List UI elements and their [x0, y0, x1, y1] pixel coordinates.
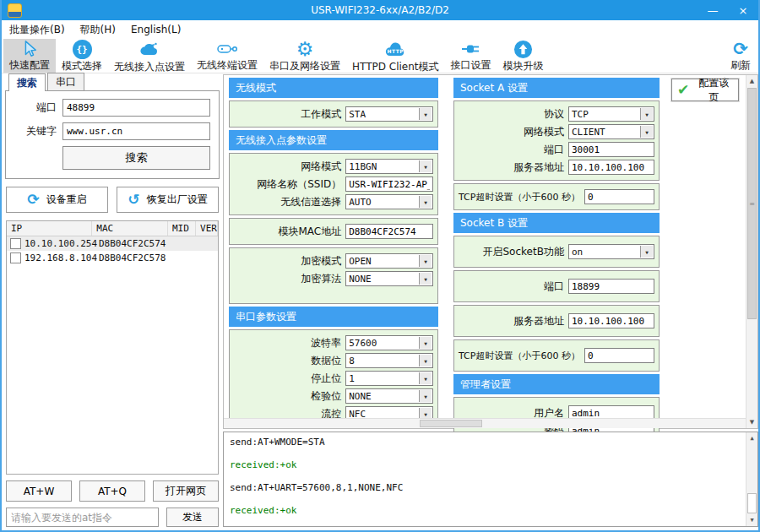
chevron-down-icon[interactable]: ▼ — [419, 273, 432, 285]
field-row: 加密算法 NONE ▼ — [234, 270, 433, 287]
row-checkbox[interactable] — [10, 238, 21, 249]
socketa-timeout-input[interactable] — [584, 189, 654, 204]
stop-bits-select[interactable]: 1 ▼ — [345, 371, 433, 386]
keyword-input[interactable] — [62, 122, 210, 140]
log-line: send:AT+WMODE=STA — [230, 437, 752, 448]
send-button[interactable]: 发送 — [166, 508, 219, 527]
parity-select[interactable]: NONE ▼ — [345, 388, 433, 404]
section-header-socket-a: Socket A 设置 — [453, 78, 660, 98]
table-row[interactable]: 192.168.8.104 D8B04CF2C578 — [7, 251, 218, 265]
column-header-mac[interactable]: MAC — [92, 221, 168, 236]
enc-mode-select[interactable]: OPEN ▼ — [345, 253, 433, 269]
scroll-up-icon[interactable]: ▲ — [746, 432, 757, 444]
at-log-area: send:AT+WMODE=STA received:+ok send:AT+U… — [223, 432, 758, 527]
socketa-net-mode-label: 网络模式 — [459, 125, 568, 139]
chevron-down-icon[interactable]: ▼ — [640, 246, 653, 258]
tab-serial[interactable]: 串口 — [47, 73, 84, 90]
chevron-down-icon[interactable]: ▼ — [419, 160, 432, 172]
scroll-down-icon[interactable]: ▼ — [746, 416, 757, 428]
log-line: received:+ok — [230, 505, 752, 516]
gear-icon: ⚙ — [296, 40, 314, 59]
column-header-mid[interactable]: MID — [168, 221, 196, 236]
group-socket-b-port: 端口 — [453, 270, 660, 302]
scrollbar-thumb[interactable] — [747, 493, 757, 513]
socketb-server-input[interactable] — [568, 313, 654, 328]
toolbar-interface-settings[interactable]: 接口设置 — [445, 39, 497, 73]
table-row[interactable]: 10.10.100.254 D8B04CF2C574 — [7, 236, 218, 251]
port-input[interactable] — [62, 99, 210, 117]
ssid-input[interactable] — [345, 176, 433, 192]
reboot-icon: ⟳ — [27, 193, 39, 207]
tab-search[interactable]: 搜索 — [8, 73, 46, 91]
field-row: 工作模式 STA ▼ — [234, 106, 433, 122]
chevron-down-icon[interactable]: ▼ — [640, 108, 653, 120]
apply-page-button[interactable]: ✔ 配置该页 — [671, 79, 739, 101]
scroll-up-icon[interactable]: ▲ — [746, 75, 757, 87]
data-bits-select[interactable]: 8 ▼ — [345, 353, 433, 368]
scroll-down-icon[interactable]: ▼ — [746, 514, 757, 526]
chevron-down-icon[interactable]: ▼ — [419, 390, 432, 402]
chevron-down-icon[interactable]: ▼ — [419, 255, 432, 267]
field-row: 网络名称（SSID） — [234, 176, 433, 193]
port-label: 端口 — [14, 100, 57, 115]
device-action-row: ⟳ 设备重启 ↺ 恢复出厂设置 — [6, 187, 219, 213]
reboot-device-button[interactable]: ⟳ 设备重启 — [6, 187, 108, 213]
protocol-select[interactable]: TCP ▼ — [568, 106, 654, 122]
work-mode-label: 工作模式 — [234, 107, 345, 122]
open-webpage-button[interactable]: 打开网页 — [153, 480, 219, 502]
scrollbar-thumb[interactable]: ≡ — [747, 88, 757, 319]
socketb-server-label: 服务器地址 — [459, 314, 568, 328]
toolbar-quick-config[interactable]: 快速配置 — [3, 39, 56, 73]
factory-reset-button[interactable]: ↺ 恢复出厂设置 — [117, 187, 219, 213]
factory-reset-label: 恢复出厂设置 — [147, 193, 208, 207]
column-header-ver[interactable]: VER — [196, 221, 218, 236]
chevron-down-icon[interactable]: ▼ — [419, 355, 432, 366]
column-header-ip[interactable]: IP — [7, 221, 92, 236]
menu-help[interactable]: 帮助(H) — [73, 23, 123, 37]
toolbar-serial-network-settings[interactable]: ⚙ 串口及网络设置 — [263, 39, 346, 73]
keyword-row: 关键字 — [14, 122, 210, 140]
minimize-button[interactable]: — — [698, 0, 728, 20]
mac-input[interactable] — [345, 224, 433, 239]
row-checkbox[interactable] — [10, 252, 21, 263]
enc-algo-select[interactable]: NONE ▼ — [345, 271, 433, 286]
at-command-input[interactable] — [6, 508, 159, 527]
baud-select[interactable]: 57600 ▼ — [345, 335, 433, 350]
socketa-server-input[interactable] — [568, 160, 654, 175]
socketb-timeout-input[interactable] — [584, 348, 654, 363]
plug-icon — [460, 40, 482, 58]
toolbar-mode-select[interactable]: {} 模式选择 — [56, 39, 108, 73]
socketb-enable-select[interactable]: on ▼ — [568, 244, 654, 259]
thumb-grip-icon: ≡ — [749, 200, 755, 208]
chevron-down-icon[interactable]: ▼ — [419, 372, 432, 384]
toolbar-module-upgrade[interactable]: 模块升级 — [497, 39, 550, 73]
chevron-down-icon[interactable]: ▼ — [419, 108, 432, 120]
toolbar: 快速配置 {} 模式选择 无线接入点设置 无线终端设置 ⚙ 串口及网络设置 — [2, 39, 758, 73]
group-socket-b-server: 服务器地址 — [453, 305, 660, 337]
scrollbar-thumb[interactable] — [420, 420, 482, 427]
atq-button[interactable]: AT+Q — [79, 480, 145, 502]
close-icon: × — [739, 4, 748, 17]
socketb-port-input[interactable] — [568, 279, 654, 294]
net-mode-select[interactable]: 11BGN ▼ — [345, 159, 433, 174]
channel-select[interactable]: AUTO ▼ — [345, 194, 433, 209]
work-mode-select[interactable]: STA ▼ — [345, 106, 433, 122]
socketa-net-mode-select[interactable]: CLIENT ▼ — [568, 124, 654, 139]
toolbar-sta-settings[interactable]: 无线终端设置 — [191, 39, 263, 73]
toolbar-httpd-client[interactable]: HTTP HTTPD Client模式 — [346, 39, 445, 73]
socketb-enable-value: on — [572, 247, 583, 258]
menu-english[interactable]: English(L) — [123, 24, 188, 35]
toolbar-refresh[interactable]: ⟳ 刷新 — [725, 39, 757, 73]
menu-batch-operations[interactable]: 批量操作(B) — [2, 23, 73, 37]
chevron-down-icon[interactable]: ▼ — [640, 126, 653, 138]
menu-bar: 批量操作(B) 帮助(H) English(L) — [2, 20, 758, 39]
atw-button[interactable]: AT+W — [6, 480, 72, 502]
chevron-down-icon[interactable]: ▼ — [419, 196, 432, 208]
search-button[interactable]: 搜索 — [62, 146, 210, 170]
toolbar-ap-settings[interactable]: 无线接入点设置 — [108, 39, 191, 73]
chevron-down-icon[interactable]: ▼ — [419, 337, 432, 349]
close-button[interactable]: × — [728, 0, 758, 20]
config-column-wireless: 无线模式 工作模式 STA ▼ 无线接入点参数设置 网络模式 11BGN ▼ — [229, 78, 438, 430]
socketa-port-input[interactable] — [568, 142, 654, 157]
field-row: 端口 — [459, 278, 654, 295]
